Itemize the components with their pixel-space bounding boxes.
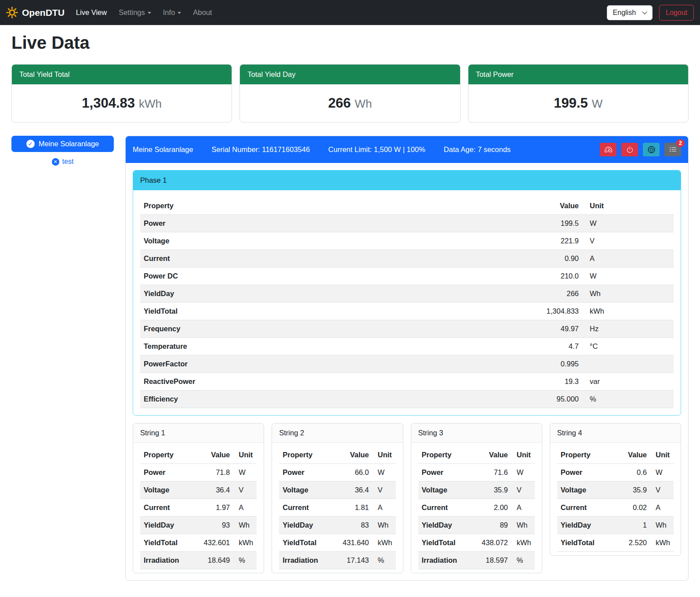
property-cell: Voltage xyxy=(418,481,471,499)
value-cell: 36.4 xyxy=(331,481,372,499)
nav-links: Live View Settings Info About xyxy=(76,8,212,17)
string-table: Property Value Unit Power xyxy=(557,446,674,552)
inverter-select-button[interactable]: ✓ Meine Solaranlage xyxy=(11,136,114,152)
value-cell: 71.8 xyxy=(192,464,233,481)
value-cell: 438.072 xyxy=(471,534,511,552)
summary-cards: Total Yield Total 1,304.83kWh Total Yiel… xyxy=(11,64,689,123)
string-card-body: Property Value Unit Power xyxy=(411,443,542,573)
property-cell: Voltage xyxy=(140,232,405,250)
value-cell: 18.597 xyxy=(471,552,511,569)
column-header-value: Value xyxy=(192,446,233,464)
column-header-property: Property xyxy=(140,446,192,464)
language-select[interactable]: English xyxy=(607,5,653,20)
check-circle-icon: ✓ xyxy=(26,140,35,148)
sidebar-item-test[interactable]: ✕ test xyxy=(11,158,114,166)
value-cell: 4.7 xyxy=(405,338,582,355)
column-header-value: Value xyxy=(614,446,651,464)
phase-table: Property Value Unit Power 199.5 xyxy=(140,197,674,408)
column-header-property: Property xyxy=(557,446,614,464)
property-cell: Irradiation xyxy=(418,552,471,569)
string-card-title: String 2 xyxy=(272,423,403,443)
value-cell: 221.9 xyxy=(405,232,582,250)
value-cell: 17.143 xyxy=(331,552,372,569)
summary-value: 199.5 xyxy=(554,95,588,111)
unit-cell: V xyxy=(511,481,535,499)
unit-cell: kWh xyxy=(650,534,674,552)
column-header-property: Property xyxy=(279,446,331,464)
nav-item-info-label: Info xyxy=(163,8,175,17)
value-cell: 19.3 xyxy=(405,373,582,391)
column-header-unit: Unit xyxy=(233,446,257,464)
journal-list-icon xyxy=(669,146,677,153)
summary-card-body: 1,304.83kWh xyxy=(12,84,232,122)
inverter-card-header: Meine Solaranlage Serial Number: 1161716… xyxy=(126,136,688,163)
summary-card-total-power: Total Power 199.5W xyxy=(468,64,689,123)
summary-value: 266 xyxy=(328,95,351,111)
nav-item-live-view[interactable]: Live View xyxy=(76,8,107,17)
app-brand[interactable]: OpenDTU xyxy=(6,7,65,18)
limit-settings-button[interactable] xyxy=(600,143,617,156)
value-cell: 199.5 xyxy=(405,215,582,232)
table-row: YieldDay 83 Wh xyxy=(279,517,395,534)
property-cell: YieldTotal xyxy=(140,303,405,320)
table-row: Voltage 36.4 V xyxy=(140,481,257,499)
unit-cell: kWh xyxy=(582,303,674,320)
page-title: Live Data xyxy=(11,33,689,53)
property-cell: Irradiation xyxy=(140,552,192,569)
value-cell: 1.81 xyxy=(331,499,372,517)
nav-item-info[interactable]: Info xyxy=(163,8,181,17)
inverter-sidebar: ✓ Meine Solaranlage ✕ test xyxy=(11,136,114,166)
string-card-body: Property Value Unit Power xyxy=(550,443,681,555)
unit-cell: % xyxy=(511,552,535,569)
table-row: PowerFactor 0.995 xyxy=(140,355,674,373)
power-button[interactable] xyxy=(621,143,638,156)
inverter-serial: Serial Number: 116171603546 xyxy=(212,145,310,154)
property-cell: Current xyxy=(418,499,471,517)
value-cell: 0.6 xyxy=(614,464,651,481)
property-cell: Power xyxy=(557,464,614,481)
property-cell: Current xyxy=(557,499,614,517)
unit-cell: A xyxy=(650,499,674,517)
value-cell: 35.9 xyxy=(471,481,511,499)
string-card-4: String 4 Property Value Unit xyxy=(550,423,681,556)
table-row: Voltage 36.4 V xyxy=(279,481,395,499)
table-row: ReactivePower 19.3 var xyxy=(140,373,674,391)
language-select-value: English xyxy=(613,9,636,17)
strings-grid: String 1 Property Value Unit xyxy=(133,423,681,573)
summary-card-total-yield-day: Total Yield Day 266Wh xyxy=(239,64,460,123)
nav-item-about[interactable]: About xyxy=(193,8,212,17)
nav-item-settings[interactable]: Settings xyxy=(119,8,151,17)
inverter-data-age: Data Age: 7 seconds xyxy=(444,145,511,154)
restart-device-button[interactable] xyxy=(643,143,660,156)
table-row: YieldTotal 438.072 kWh xyxy=(418,534,535,552)
unit-cell: Hz xyxy=(582,320,674,338)
string-card-title: String 1 xyxy=(133,423,264,443)
value-cell: 95.000 xyxy=(405,391,582,408)
logout-button[interactable]: Logout xyxy=(659,5,694,21)
table-row: Frequency 49.97 Hz xyxy=(140,320,674,338)
value-cell: 0.995 xyxy=(405,355,582,373)
unit-cell: A xyxy=(582,250,674,268)
value-cell: 2.00 xyxy=(471,499,511,517)
value-cell: 18.649 xyxy=(192,552,233,569)
table-row: Irradiation 17.143 % xyxy=(279,552,395,569)
value-cell: 71.6 xyxy=(471,464,511,481)
table-row: Voltage 35.9 V xyxy=(557,481,674,499)
event-count-badge: 2 xyxy=(676,139,685,147)
summary-card-title: Total Yield Day xyxy=(240,65,460,84)
property-cell: Voltage xyxy=(279,481,331,499)
inverter-card: Meine Solaranlage Serial Number: 1161716… xyxy=(125,136,689,581)
table-row: YieldTotal 1,304.833 kWh xyxy=(140,303,674,320)
summary-unit: Wh xyxy=(355,97,372,110)
summary-card-body: 199.5W xyxy=(468,84,688,122)
unit-cell: W xyxy=(650,464,674,481)
power-icon xyxy=(626,146,634,153)
unit-cell: kWh xyxy=(511,534,535,552)
inverter-header-actions: 2 xyxy=(600,143,681,156)
event-log-button[interactable]: 2 xyxy=(664,143,681,156)
unit-cell: kWh xyxy=(373,534,396,552)
value-cell: 1,304.833 xyxy=(405,303,582,320)
table-row: YieldTotal 431.640 kWh xyxy=(279,534,395,552)
unit-cell: % xyxy=(582,391,674,408)
table-row: YieldTotal 2.520 kWh xyxy=(557,534,674,552)
